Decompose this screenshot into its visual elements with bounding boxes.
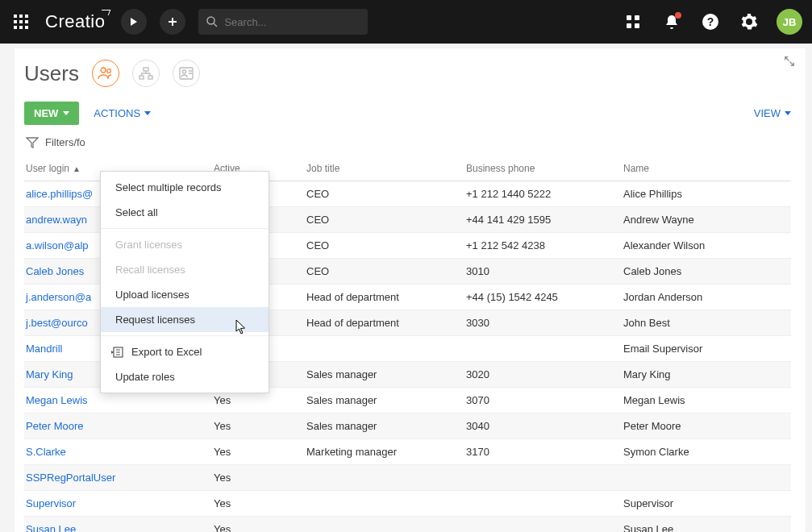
cell-phone: +44 (15) 1542 4245 — [466, 291, 623, 303]
cell-job: Sales manager — [306, 394, 466, 406]
user-avatar[interactable]: JB — [777, 9, 802, 35]
svg-rect-3 — [14, 20, 17, 23]
view-button[interactable]: VIEW — [754, 107, 791, 119]
search-box[interactable] — [198, 9, 368, 35]
filter-icon — [26, 137, 39, 148]
svg-rect-19 — [144, 68, 148, 71]
login-link[interactable]: Mandrill — [26, 343, 63, 355]
marketplace-icon[interactable] — [620, 9, 646, 35]
cell-active: Yes — [214, 523, 306, 532]
cell-job: Sales manager — [306, 420, 466, 432]
apps-grid-icon[interactable] — [10, 10, 32, 33]
column-header-job[interactable]: Job title — [306, 163, 466, 174]
table-row[interactable]: Susan LeeYesSusan Lee — [24, 517, 791, 532]
login-link[interactable]: alice.phillips@ — [26, 188, 93, 200]
cell-name: Email Supervisor — [623, 343, 791, 355]
cell-name: Jordan Anderson — [623, 291, 791, 303]
login-link[interactable]: Peter Moore — [26, 420, 84, 432]
cell-name: Symon Clarke — [623, 446, 791, 458]
menu-grant-licenses: Grant licenses — [101, 232, 269, 257]
logo: Creatio — [45, 11, 105, 32]
new-button[interactable]: NEW — [24, 102, 79, 125]
login-link[interactable]: j.best@ourco — [26, 317, 88, 329]
login-link[interactable]: S.Clarke — [26, 446, 66, 458]
sort-asc-icon: ▲ — [73, 164, 81, 173]
cell-name — [623, 472, 791, 484]
expand-icon[interactable] — [785, 56, 794, 69]
add-button[interactable] — [160, 9, 185, 35]
cell-active: Yes — [214, 497, 306, 509]
menu-select-multiple[interactable]: Select multiple records — [101, 175, 269, 200]
notification-badge — [675, 12, 681, 19]
svg-rect-2 — [25, 15, 28, 18]
cell-name: Andrew Wayne — [623, 214, 791, 226]
cell-phone: +1 212 542 4238 — [466, 239, 623, 251]
svg-point-17 — [101, 68, 106, 73]
toolbar: NEW ACTIONS VIEW — [24, 102, 791, 125]
svg-rect-1 — [19, 15, 23, 18]
menu-select-all[interactable]: Select all — [101, 200, 269, 225]
table-row[interactable]: Peter MooreYesSales manager3040Peter Moo… — [24, 414, 791, 439]
login-link[interactable]: j.anderson@a — [26, 291, 91, 303]
cell-job: CEO — [306, 188, 466, 200]
cell-active: Yes — [214, 472, 306, 484]
filters-label: Filters/fo — [45, 136, 85, 148]
login-link[interactable]: Caleb Jones — [26, 265, 84, 277]
column-header-name[interactable]: Name — [623, 163, 791, 174]
play-button[interactable] — [121, 9, 147, 35]
login-link[interactable]: Susan Lee — [26, 523, 76, 532]
cell-phone: 3040 — [466, 420, 623, 432]
table-row[interactable]: SSPRegPortalUserYes — [24, 465, 791, 491]
top-header: Creatio ? JB — [0, 0, 812, 44]
svg-rect-7 — [19, 26, 23, 29]
filters-row[interactable]: Filters/fo — [24, 136, 791, 148]
login-link[interactable]: Supervisor — [26, 497, 76, 509]
cell-job: Head of department — [306, 317, 466, 329]
cell-name: Peter Moore — [623, 420, 791, 432]
search-input[interactable] — [224, 16, 360, 28]
cell-active: Yes — [214, 446, 306, 458]
svg-rect-8 — [25, 26, 28, 29]
menu-request-licenses[interactable]: Request licenses — [101, 307, 269, 332]
table-row[interactable]: S.ClarkeYesMarketing manager3170Symon Cl… — [24, 439, 791, 465]
settings-icon[interactable] — [736, 9, 762, 35]
filter-contact-icon[interactable] — [173, 60, 200, 87]
cell-name: Alice Phillips — [623, 188, 791, 200]
menu-update-roles[interactable]: Update roles — [101, 364, 269, 389]
svg-rect-13 — [627, 23, 631, 28]
svg-line-10 — [214, 23, 217, 27]
menu-recall-licenses: Recall licenses — [101, 257, 269, 282]
notifications-icon[interactable] — [659, 9, 685, 35]
filter-orgchart-icon[interactable] — [132, 60, 160, 87]
cell-active: Yes — [214, 420, 306, 432]
actions-button[interactable]: ACTIONS — [94, 107, 151, 119]
cell-phone: +1 212 1440 5222 — [466, 188, 623, 200]
svg-rect-21 — [148, 76, 152, 79]
cell-name: Caleb Jones — [623, 265, 791, 277]
cell-job: Marketing manager — [306, 446, 466, 458]
help-icon[interactable]: ? — [697, 9, 723, 35]
cell-job: CEO — [306, 265, 466, 277]
column-header-phone[interactable]: Business phone — [466, 163, 623, 174]
table-row[interactable]: SupervisorYesSupervisor — [24, 491, 791, 517]
svg-rect-12 — [635, 15, 639, 20]
svg-rect-20 — [139, 76, 144, 79]
menu-export-excel[interactable]: Export to Excel — [101, 339, 269, 364]
login-link[interactable]: andrew.wayn — [26, 214, 87, 226]
svg-point-18 — [107, 69, 111, 73]
cell-name: Susan Lee — [623, 523, 791, 532]
cell-name: John Best — [623, 317, 791, 329]
menu-upload-licenses[interactable]: Upload licenses — [101, 282, 269, 307]
login-link[interactable]: Megan Lewis — [26, 394, 88, 406]
login-link[interactable]: a.wilson@alp — [26, 239, 89, 251]
cell-name: Megan Lewis — [623, 394, 791, 406]
svg-rect-4 — [19, 20, 23, 23]
cell-phone: 3020 — [466, 368, 623, 380]
cell-job — [306, 472, 466, 484]
cell-job: Sales manager — [306, 368, 466, 380]
filter-users-icon[interactable] — [92, 60, 119, 87]
login-link[interactable]: Mary King — [26, 368, 73, 380]
login-link[interactable]: SSPRegPortalUser — [26, 472, 115, 484]
cell-name: Supervisor — [623, 497, 791, 509]
cell-job — [306, 343, 466, 355]
